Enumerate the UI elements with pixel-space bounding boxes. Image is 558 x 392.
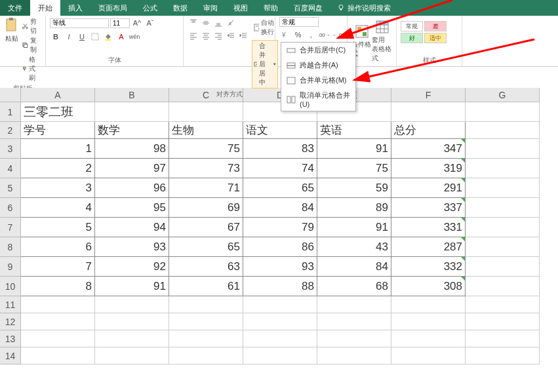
cell-G8[interactable] <box>466 237 540 257</box>
tab-view[interactable]: 视图 <box>226 0 256 16</box>
align-middle-button[interactable] <box>200 17 212 29</box>
cell-D5[interactable]: 65 <box>243 178 317 198</box>
cell-C6[interactable]: 69 <box>169 198 243 218</box>
percent-button[interactable]: % <box>292 29 304 41</box>
cell-A13[interactable] <box>21 330 95 347</box>
merge-center-button[interactable]: 合并后居中 ▾ <box>252 40 278 88</box>
tab-pagelayout[interactable]: 页面布局 <box>90 0 135 16</box>
cell-C1[interactable] <box>169 102 243 122</box>
cell-A1[interactable]: 三零二班 <box>21 102 95 122</box>
col-header-G[interactable]: G <box>466 88 540 102</box>
merge-cells-item[interactable]: 合并单元格(M) <box>281 73 355 88</box>
cell-D9[interactable]: 93 <box>243 257 317 277</box>
copy-button[interactable]: 复制 <box>22 36 41 54</box>
align-bottom-button[interactable] <box>212 17 224 29</box>
cell-D13[interactable] <box>243 330 317 347</box>
number-format-select[interactable] <box>279 17 319 27</box>
align-center-button[interactable] <box>200 30 212 42</box>
cell-G4[interactable] <box>466 159 540 178</box>
format-painter-button[interactable]: 格式刷 <box>22 55 41 83</box>
cell-C9[interactable]: 63 <box>169 257 243 277</box>
cell-A9[interactable]: 7 <box>21 257 95 277</box>
cell-B6[interactable]: 95 <box>95 198 169 218</box>
cell-G3[interactable] <box>466 139 540 159</box>
currency-button[interactable]: ¥ <box>279 29 291 41</box>
cell-F6[interactable]: 337 <box>391 198 466 218</box>
style-bad[interactable]: 差 <box>424 21 447 31</box>
cell-A14[interactable] <box>21 347 95 364</box>
cell-F5[interactable]: 291 <box>391 178 466 198</box>
comma-button[interactable]: , <box>306 29 317 41</box>
cell-D2[interactable]: 语文 <box>243 122 317 139</box>
col-header-F[interactable]: F <box>391 88 466 102</box>
cell-D10[interactable]: 88 <box>243 277 317 296</box>
cell-E3[interactable]: 91 <box>317 139 391 159</box>
cell-F12[interactable] <box>391 313 466 330</box>
tab-formulas[interactable]: 公式 <box>135 0 165 16</box>
tab-review[interactable]: 审阅 <box>195 0 226 16</box>
cell-B8[interactable]: 93 <box>95 237 169 257</box>
cell-C10[interactable]: 61 <box>169 277 243 296</box>
row-header-11[interactable]: 11 <box>0 296 21 313</box>
cell-E5[interactable]: 59 <box>317 178 391 198</box>
underline-button[interactable]: U <box>76 31 88 43</box>
font-size-select[interactable] <box>110 18 130 28</box>
cell-B3[interactable]: 98 <box>95 139 169 159</box>
cell-F3[interactable]: 347 <box>391 139 466 159</box>
format-as-table-button[interactable]: 套用 表格格式 <box>372 17 392 65</box>
increase-font-button[interactable]: A^ <box>131 17 143 29</box>
indent-increase-button[interactable] <box>237 30 249 42</box>
row-header-5[interactable]: 5 <box>0 178 21 198</box>
cell-B9[interactable]: 92 <box>95 257 169 277</box>
cell-E7[interactable]: 91 <box>317 218 391 237</box>
align-right-button[interactable] <box>212 30 224 42</box>
cell-G6[interactable] <box>466 198 540 218</box>
cell-F14[interactable] <box>391 347 466 364</box>
font-color-button[interactable]: A <box>115 31 127 43</box>
cell-G13[interactable] <box>466 330 540 347</box>
cell-D12[interactable] <box>243 313 317 330</box>
cell-A5[interactable]: 3 <box>21 178 95 198</box>
cell-F8[interactable]: 287 <box>391 237 466 257</box>
cell-D14[interactable] <box>243 347 317 364</box>
cell-D8[interactable]: 86 <box>243 237 317 257</box>
style-normal[interactable]: 常规 <box>401 21 423 31</box>
decrease-font-button[interactable]: Aˇ <box>144 17 156 29</box>
cell-E13[interactable] <box>317 330 391 347</box>
cut-button[interactable]: 剪切 <box>22 17 41 35</box>
cell-G14[interactable] <box>466 347 540 364</box>
cell-C8[interactable]: 65 <box>169 237 243 257</box>
row-header-14[interactable]: 14 <box>0 347 21 364</box>
cell-B1[interactable] <box>95 102 169 122</box>
cell-E12[interactable] <box>317 313 391 330</box>
paste-button[interactable]: 粘贴 <box>4 17 20 83</box>
cell-B10[interactable]: 91 <box>95 277 169 296</box>
cell-F10[interactable]: 308 <box>391 277 466 296</box>
cell-G2[interactable] <box>466 122 540 139</box>
tab-file[interactable]: 文件 <box>0 0 30 16</box>
cell-F4[interactable]: 319 <box>391 159 466 178</box>
select-all-corner[interactable] <box>0 88 21 102</box>
cell-B4[interactable]: 97 <box>95 159 169 178</box>
tab-data[interactable]: 数据 <box>165 0 195 16</box>
font-name-select[interactable] <box>50 18 109 28</box>
cell-B7[interactable]: 94 <box>95 218 169 237</box>
cell-F13[interactable] <box>391 330 466 347</box>
cell-G12[interactable] <box>466 313 540 330</box>
cell-G5[interactable] <box>466 178 540 198</box>
align-top-button[interactable] <box>188 17 199 29</box>
phonetic-button[interactable]: wén <box>129 31 140 43</box>
tab-baidu[interactable]: 百度网盘 <box>286 0 330 16</box>
cell-D4[interactable]: 74 <box>243 159 317 178</box>
cell-B2[interactable]: 数学 <box>95 122 169 139</box>
align-left-button[interactable] <box>188 30 199 42</box>
col-header-B[interactable]: B <box>95 88 169 102</box>
cell-C7[interactable]: 67 <box>169 218 243 237</box>
cell-B12[interactable] <box>95 313 169 330</box>
cell-C4[interactable]: 73 <box>169 159 243 178</box>
style-neutral[interactable]: 适中 <box>424 33 447 43</box>
border-button[interactable] <box>89 31 101 43</box>
cell-G7[interactable] <box>466 218 540 237</box>
cell-F11[interactable] <box>391 296 466 313</box>
tab-home[interactable]: 开始 <box>30 0 60 16</box>
